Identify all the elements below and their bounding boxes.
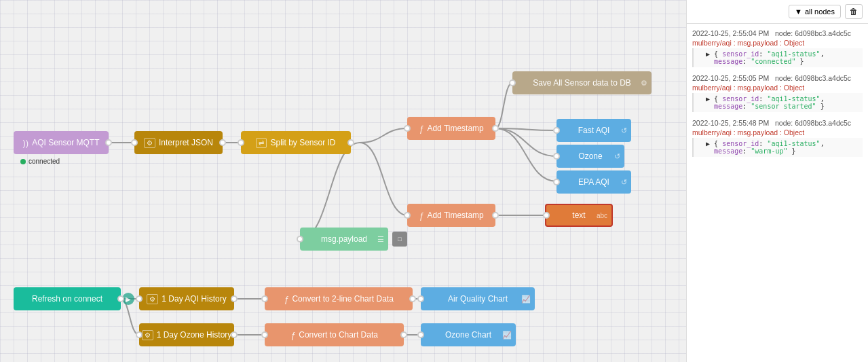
- ozone-port-left: [553, 153, 560, 160]
- interpret-json-node[interactable]: ⚙ Interpret JSON: [134, 131, 223, 154]
- aqi-history-node[interactable]: ⚙ 1 Day AQI History: [139, 287, 234, 310]
- oz-hist-icon: ⚙: [142, 330, 153, 340]
- add-timestamp1-node[interactable]: ƒ Add Timestamp: [407, 117, 495, 140]
- save-db-port-left: [509, 79, 516, 86]
- split-sensor-label: Split by Sensor ID: [270, 138, 335, 147]
- conv2-icon: ƒ: [284, 294, 288, 304]
- conv-port-left: [261, 331, 268, 338]
- log-content: 2022-10-25, 2:55:04 PM node: 6d098bc3.a4…: [687, 24, 868, 362]
- epa-aqi-icon: ↺: [621, 178, 627, 187]
- aqchart-port-left: [417, 295, 424, 302]
- save-db-label: Save All Sensor data to DB: [533, 78, 631, 88]
- add-timestamp1-label: Add Timestamp: [427, 124, 483, 133]
- ozone-chart-label: Ozone Chart: [445, 330, 491, 340]
- log-timestamp-2: 2022-10-25, 2:55:05 PM node: 6d098bc3.a4…: [692, 74, 863, 82]
- mqtt-status: connected: [20, 158, 60, 165]
- text-icon: abc: [597, 212, 607, 219]
- fast-aqi-icon: ↺: [621, 126, 627, 135]
- ozchart-port-left: [417, 331, 424, 338]
- mqtt-port-right: [105, 139, 112, 146]
- mqtt-node[interactable]: )) AQI Sensor MQTT connected: [14, 131, 109, 154]
- log-body-3: ▶ { sensor_id: "aqi1-status", message: "…: [692, 138, 863, 157]
- save-db-node[interactable]: Save All Sensor data to DB ⚙: [512, 71, 652, 94]
- interpret-json-label: Interpret JSON: [159, 138, 213, 147]
- refresh-connect-node[interactable]: Refresh on connect ▶: [14, 287, 121, 310]
- fast-aqi-node[interactable]: Fast AQI ↺: [556, 119, 631, 142]
- log-topic-3: mulberry/aqi : msg.payload : Object: [692, 128, 863, 137]
- ts1-port-right: [492, 125, 499, 132]
- aqihist-port-right: [231, 295, 238, 302]
- text-node[interactable]: text abc: [545, 204, 613, 227]
- chart-icon2: 📈: [502, 331, 512, 340]
- ozone-chart-node[interactable]: Ozone Chart 📈: [421, 323, 516, 346]
- func-icon2: ƒ: [419, 211, 423, 221]
- ozone-node[interactable]: Ozone ↺: [556, 145, 624, 168]
- status-dot: [20, 159, 26, 164]
- ozone-history-label: 1 Day Ozone History: [157, 330, 232, 340]
- ozhist-port-right: [231, 331, 238, 338]
- filter-icon: ▼: [795, 7, 802, 16]
- payload-port-left: [297, 236, 303, 242]
- text-port-left: [543, 212, 550, 219]
- interpret-port-left: [131, 139, 138, 146]
- convert-2line-node[interactable]: ƒ Convert to 2-line Chart Data: [265, 287, 413, 310]
- aqi-history-label: 1 Day AQI History: [162, 294, 226, 304]
- convert-2line-label: Convert to 2-line Chart Data: [292, 294, 393, 304]
- debug-toggle[interactable]: □: [392, 232, 407, 247]
- aqihist-port-left: [136, 295, 143, 302]
- save-db-icon: ⚙: [641, 79, 647, 88]
- add-timestamp2-node[interactable]: ƒ Add Timestamp: [407, 204, 495, 227]
- convert-chart-label: Convert to Chart Data: [299, 330, 378, 340]
- msg-payload-node[interactable]: msg.payload ☰ □: [300, 228, 388, 251]
- ts2-port-left: [404, 212, 411, 219]
- split-icon: ⇌: [256, 138, 267, 148]
- fast-aqi-label: Fast AQI: [578, 126, 610, 135]
- debug-icon: ☰: [377, 235, 384, 244]
- ts1-port-left: [404, 125, 411, 132]
- log-timestamp-3: 2022-10-25, 2:55:48 PM node: 6d098bc3.a4…: [692, 119, 863, 127]
- refresh-label: Refresh on connect: [32, 294, 102, 304]
- clear-log-button[interactable]: 🗑: [845, 4, 863, 19]
- trash-icon: 🗑: [850, 7, 858, 16]
- debug-sidebar: ▼ all nodes 🗑 2022-10-25, 2:55:04 PM nod…: [686, 0, 868, 362]
- ozone-label: Ozone: [578, 151, 602, 161]
- log-topic-2: mulberry/aqi : msg.payload : Object: [692, 84, 863, 92]
- epa-aqi-node[interactable]: EPA AQI ↺: [556, 170, 631, 194]
- func-icon1: ƒ: [419, 124, 423, 134]
- filter-label: all nodes: [805, 7, 835, 16]
- log-body-2: ▶ { sensor_id: "aqi1-status", message: "…: [692, 93, 863, 112]
- air-quality-chart-node[interactable]: Air Quality Chart 📈: [421, 287, 535, 310]
- conv2-port-right: [409, 295, 416, 302]
- add-timestamp2-label: Add Timestamp: [427, 211, 483, 220]
- fast-aqi-port-left: [553, 127, 560, 134]
- status-text: connected: [29, 158, 60, 165]
- sidebar-header: ▼ all nodes 🗑: [687, 0, 868, 24]
- ts2-port-right: [492, 212, 499, 219]
- ozhist-port-left: [136, 331, 143, 338]
- split-port-left: [238, 139, 244, 146]
- log-entry-3: 2022-10-25, 2:55:48 PM node: 6d098bc3.a4…: [692, 119, 863, 157]
- filter-button[interactable]: ▼ all nodes: [789, 5, 841, 18]
- conv2-port-left: [261, 295, 268, 302]
- chart-icon1: 📈: [521, 295, 531, 304]
- node-canvas[interactable]: )) AQI Sensor MQTT connected ⚙ Interpret…: [0, 0, 686, 362]
- convert-chart-node[interactable]: ƒ Convert to Chart Data: [265, 323, 404, 346]
- ozone-history-node[interactable]: ⚙ 1 Day Ozone History: [139, 323, 234, 346]
- conv-icon: ƒ: [290, 330, 295, 340]
- aqi-hist-icon: ⚙: [147, 294, 158, 304]
- air-quality-label: Air Quality Chart: [448, 294, 508, 304]
- interpret-icon: ⚙: [144, 138, 155, 148]
- log-timestamp-1: 2022-10-25, 2:55:04 PM node: 6d098bc3.a4…: [692, 29, 863, 37]
- msg-payload-label: msg.payload: [321, 234, 367, 244]
- log-entry-1: 2022-10-25, 2:55:04 PM node: 6d098bc3.a4…: [692, 29, 863, 67]
- epa-aqi-port-left: [553, 179, 560, 185]
- mqtt-icon: )): [22, 138, 29, 148]
- log-body-1: ▶ { sensor_id: "aqi1-status", message: "…: [692, 48, 863, 67]
- epa-aqi-label: EPA AQI: [578, 177, 609, 187]
- refresh-port-right: [117, 295, 124, 302]
- split-sensor-node[interactable]: ⇌ Split by Sensor ID: [241, 131, 351, 154]
- mqtt-node-label: AQI Sensor MQTT: [32, 138, 99, 147]
- log-topic-1: mulberry/aqi : msg.payload : Object: [692, 39, 863, 47]
- ozone-icon: ↺: [614, 152, 620, 161]
- split-port-right: [347, 139, 354, 146]
